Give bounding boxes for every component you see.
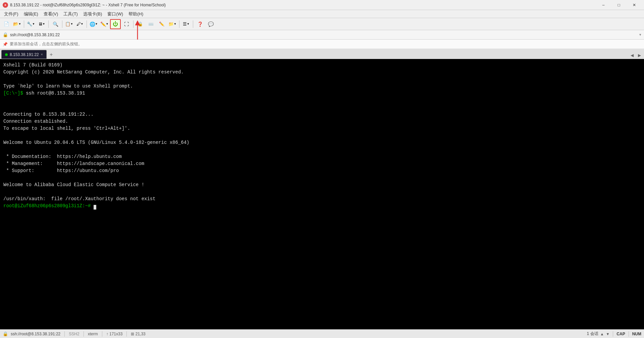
menu-view[interactable]: 查看(V) xyxy=(41,10,61,18)
terminal-mgmt: * Management: https://landscape.canonica… xyxy=(3,161,144,166)
status-div5 xyxy=(613,331,613,337)
expand-button[interactable]: ⛶ xyxy=(121,19,131,29)
keyboard-button[interactable]: ⌨️ xyxy=(146,19,156,29)
expand-icon: ⛶ xyxy=(124,21,129,27)
terminal-connecting: Connecting to 8.153.38.191:22... xyxy=(3,112,94,117)
menu-window[interactable]: 窗口(W) xyxy=(105,10,126,18)
terminal-line4: Type `help' to learn how to use Xshell p… xyxy=(3,83,133,89)
session-bar: 🔒 ssh://root@8.153.38.191:22 ▾ xyxy=(0,30,644,40)
tab-label: 8.153.38.191:22 xyxy=(10,52,39,57)
new-icon: 📄 xyxy=(4,21,9,26)
sep3 xyxy=(62,20,62,28)
session-lock-icon: 🔒 xyxy=(3,32,8,37)
session-url: ssh://root@8.153.38.191:22 xyxy=(10,33,637,37)
menu-help[interactable]: 帮助(H) xyxy=(126,10,146,18)
window-controls: – □ ✕ xyxy=(596,1,641,9)
menu-edit[interactable]: 编辑(E) xyxy=(21,10,41,18)
hint-text: 要添加当前会话，点击左侧的箭头按钮。 xyxy=(10,41,82,47)
tab-bar: 8.153.38.191:22 × + ◀ ▶ xyxy=(0,49,644,59)
close-button[interactable]: ✕ xyxy=(627,1,641,9)
toolbar: 📄 📂▼ 🔧▼ 🖥▼ 🔍 📋▼ 🖊▼ 🌐▼ ✏️▼ xyxy=(0,18,644,30)
search-icon: 🔍 xyxy=(53,21,58,27)
comment-button[interactable]: 💬 xyxy=(206,19,216,29)
terminal-blank6 xyxy=(3,189,6,194)
status-bar: 🔒 ssh://root@8.153.38.191:22 SSH2 xterm … xyxy=(0,329,644,338)
menu-tools[interactable]: 工具(T) xyxy=(61,10,80,18)
terminal-blank1 xyxy=(3,98,6,103)
status-div2 xyxy=(84,331,84,337)
menu-tabs[interactable]: 选项卡(B) xyxy=(80,10,105,18)
active-session-button[interactable]: ⏻ xyxy=(110,19,121,29)
session-dropdown-icon[interactable]: ▾ xyxy=(639,33,641,37)
mark-button[interactable]: 🖊▼ xyxy=(75,19,85,29)
pin-icon: 📌 xyxy=(3,42,8,47)
terminal-blank3 xyxy=(3,133,6,138)
statusbar-arrow-up[interactable]: ▲ xyxy=(600,332,604,336)
find-button[interactable]: 🔍 xyxy=(50,19,60,29)
statusbar-session: ssh://root@8.153.38.191:22 xyxy=(11,332,60,336)
lock-button[interactable]: 🔒 xyxy=(135,19,145,29)
terminal-blank2 xyxy=(3,105,6,110)
new-session-button[interactable]: 📄 xyxy=(1,19,11,29)
terminal-blank5 xyxy=(3,175,6,180)
mark-icon: 🖊 xyxy=(76,21,81,26)
menu-btn[interactable]: ☰▼ xyxy=(181,19,191,29)
status-div6 xyxy=(629,331,629,337)
folder2-icon: 📁 xyxy=(168,21,174,26)
terminal-line2: Copyright (c) 2020 NetSarang Computer, I… xyxy=(3,69,184,75)
tab-close-button[interactable]: × xyxy=(41,53,43,56)
open-button[interactable]: 📂▼ xyxy=(12,19,22,29)
folder-icon: 📂 xyxy=(13,21,18,26)
folder-btn2[interactable]: 📁▼ xyxy=(167,19,177,29)
terminal-established: Connection established. xyxy=(3,119,68,124)
terminal-escape: To escape to local shell, press 'Ctrl+Al… xyxy=(3,126,130,131)
terminal-cursor-space xyxy=(91,203,93,209)
tab-next-button[interactable]: ▶ xyxy=(636,52,643,59)
statusbar-terminal: xterm xyxy=(88,332,98,336)
help-button[interactable]: ❓ xyxy=(195,19,205,29)
transfer-button[interactable]: 📋▼ xyxy=(64,19,74,29)
globe-icon: 🌐 xyxy=(90,21,95,27)
terminal-doc: * Documentation: https://help.ubuntu.com xyxy=(3,154,122,159)
tab-status-dot xyxy=(5,53,8,56)
pencil-icon: ✏️ xyxy=(159,21,164,26)
app-icon: X xyxy=(3,2,8,8)
globe-button[interactable]: 🌐▼ xyxy=(89,19,99,29)
statusbar-num: NUM xyxy=(632,332,641,336)
edit-button[interactable]: ✏️ xyxy=(157,19,167,29)
keyboard-icon: ⌨️ xyxy=(148,21,154,26)
minimize-button[interactable]: – xyxy=(596,1,610,9)
help-icon: ❓ xyxy=(197,21,203,27)
sep1 xyxy=(24,20,24,28)
highlight-button[interactable]: ✏️▼ xyxy=(99,19,109,29)
menu-bar: 文件(F) 编辑(E) 查看(V) 工具(T) 选项卡(B) 窗口(W) 帮助(… xyxy=(0,10,644,18)
statusbar-protocol: SSH2 xyxy=(69,332,79,336)
terminal-line3 xyxy=(3,76,6,82)
statusbar-cursor: ⊞ 21,33 xyxy=(131,332,145,336)
tab-prev-button[interactable]: ◀ xyxy=(629,52,635,59)
new-tab-button[interactable]: + xyxy=(47,51,55,59)
status-div4 xyxy=(126,331,127,337)
terminal-prompt1: [C:\~]$ xyxy=(3,91,23,96)
connect-button[interactable]: 🖥▼ xyxy=(37,19,47,29)
title-bar: X 8.153.38.191:22 - root@iZuf68hz06p6s28… xyxy=(0,0,644,10)
terminal-cmd1: ssh root@8.153.38.191 xyxy=(23,91,85,96)
statusbar-sessions: 1 会话 xyxy=(587,331,598,337)
menu-file[interactable]: 文件(F) xyxy=(1,10,21,18)
tab-session[interactable]: 8.153.38.191:22 × xyxy=(1,50,47,59)
statusbar-cap: CAP xyxy=(616,332,625,336)
sep6 xyxy=(179,20,179,28)
hint-bar: 📌 要添加当前会话，点击左侧的箭头按钮。 xyxy=(0,40,644,49)
props-button[interactable]: 🔧▼ xyxy=(26,19,36,29)
sep5 xyxy=(133,20,133,28)
sep7 xyxy=(193,20,193,28)
terminal-xauth: /usr/bin/xauth: file /root/.Xauthority d… xyxy=(3,196,156,202)
terminal-blank4 xyxy=(3,147,6,152)
terminal-cursor xyxy=(94,205,96,210)
comment-icon: 💬 xyxy=(208,21,214,27)
terminal-area[interactable]: Xshell 7 (Build 0169) Copyright (c) 2020… xyxy=(0,59,644,338)
maximize-button[interactable]: □ xyxy=(612,1,626,9)
statusbar-arrow-down[interactable]: ▼ xyxy=(606,332,609,336)
status-div1 xyxy=(64,331,65,337)
menu-icon: ☰ xyxy=(183,21,187,26)
